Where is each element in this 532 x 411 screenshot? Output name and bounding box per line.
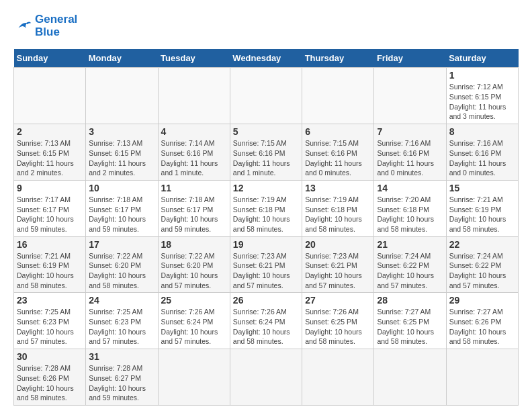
day-number: 25 — [161, 295, 227, 306]
day-info: Sunrise: 7:25 AMSunset: 6:23 PMDaylight:… — [17, 307, 83, 347]
weekday-header: Wednesday — [230, 49, 302, 68]
calendar-week-row: 2Sunrise: 7:13 AMSunset: 6:15 PMDaylight… — [14, 124, 519, 181]
calendar-week-row: 30Sunrise: 7:28 AMSunset: 6:26 PMDayligh… — [14, 349, 519, 406]
calendar-day: 4Sunrise: 7:14 AMSunset: 6:16 PMDaylight… — [158, 124, 230, 181]
calendar-empty-day — [158, 349, 230, 406]
weekday-header: Thursday — [302, 49, 374, 68]
calendar-week-row: 16Sunrise: 7:21 AMSunset: 6:19 PMDayligh… — [14, 236, 519, 293]
day-number: 20 — [305, 239, 371, 250]
day-info: Sunrise: 7:23 AMSunset: 6:21 PMDaylight:… — [305, 251, 371, 291]
calendar-day: 18Sunrise: 7:22 AMSunset: 6:20 PMDayligh… — [158, 236, 230, 293]
day-number: 23 — [17, 295, 83, 306]
calendar-empty-day — [374, 349, 446, 406]
day-number: 6 — [305, 126, 371, 137]
weekday-header: Friday — [374, 49, 446, 68]
day-info: Sunrise: 7:27 AMSunset: 6:25 PMDaylight:… — [377, 307, 443, 347]
calendar-empty-day — [158, 68, 230, 124]
day-number: 15 — [449, 183, 515, 193]
day-number: 7 — [377, 126, 443, 137]
calendar-day: 13Sunrise: 7:19 AMSunset: 6:18 PMDayligh… — [302, 180, 374, 236]
calendar-day: 27Sunrise: 7:26 AMSunset: 6:25 PMDayligh… — [302, 293, 374, 349]
logo: General Blue — [13, 13, 77, 38]
day-number: 5 — [233, 126, 299, 137]
day-info: Sunrise: 7:13 AMSunset: 6:15 PMDaylight:… — [17, 138, 83, 178]
day-number: 19 — [233, 239, 299, 250]
calendar-day: 22Sunrise: 7:24 AMSunset: 6:22 PMDayligh… — [446, 236, 518, 293]
day-number: 13 — [305, 183, 371, 193]
day-info: Sunrise: 7:27 AMSunset: 6:26 PMDaylight:… — [449, 307, 515, 347]
calendar-day: 23Sunrise: 7:25 AMSunset: 6:23 PMDayligh… — [14, 293, 86, 349]
day-info: Sunrise: 7:17 AMSunset: 6:17 PMDaylight:… — [17, 195, 83, 234]
day-number: 3 — [89, 126, 154, 137]
day-info: Sunrise: 7:21 AMSunset: 6:19 PMDaylight:… — [449, 195, 515, 234]
day-info: Sunrise: 7:12 AMSunset: 6:15 PMDaylight:… — [449, 82, 515, 122]
day-info: Sunrise: 7:16 AMSunset: 6:16 PMDaylight:… — [449, 138, 515, 178]
day-info: Sunrise: 7:19 AMSunset: 6:18 PMDaylight:… — [305, 195, 371, 234]
calendar-week-row: 1Sunrise: 7:12 AMSunset: 6:15 PMDaylight… — [14, 68, 519, 124]
page-header: General Blue — [13, 13, 519, 38]
day-number: 14 — [377, 183, 443, 193]
calendar-day: 1Sunrise: 7:12 AMSunset: 6:15 PMDaylight… — [446, 68, 518, 124]
calendar-day: 15Sunrise: 7:21 AMSunset: 6:19 PMDayligh… — [446, 180, 518, 236]
calendar-day: 8Sunrise: 7:16 AMSunset: 6:16 PMDaylight… — [446, 124, 518, 181]
day-number: 18 — [161, 239, 227, 250]
day-info: Sunrise: 7:20 AMSunset: 6:18 PMDaylight:… — [377, 195, 443, 234]
day-info: Sunrise: 7:15 AMSunset: 6:16 PMDaylight:… — [233, 138, 299, 178]
calendar-empty-day — [302, 349, 374, 406]
weekday-header: Tuesday — [158, 49, 230, 68]
day-info: Sunrise: 7:19 AMSunset: 6:18 PMDaylight:… — [233, 195, 299, 234]
weekday-header: Saturday — [446, 49, 518, 68]
logo-text: General — [35, 13, 77, 26]
day-info: Sunrise: 7:26 AMSunset: 6:24 PMDaylight:… — [161, 307, 227, 347]
day-info: Sunrise: 7:18 AMSunset: 6:17 PMDaylight:… — [89, 195, 154, 234]
day-number: 1 — [449, 70, 515, 81]
calendar-empty-day — [86, 68, 158, 124]
day-number: 21 — [377, 239, 443, 250]
calendar-empty-day — [230, 349, 302, 406]
calendar-day: 24Sunrise: 7:25 AMSunset: 6:23 PMDayligh… — [86, 293, 158, 349]
day-number: 17 — [89, 239, 154, 250]
day-number: 10 — [89, 183, 154, 193]
calendar-empty-day — [374, 68, 446, 124]
day-number: 29 — [449, 295, 515, 306]
day-info: Sunrise: 7:28 AMSunset: 6:26 PMDaylight:… — [17, 363, 83, 403]
day-info: Sunrise: 7:21 AMSunset: 6:19 PMDaylight:… — [17, 251, 83, 291]
calendar-empty-day — [14, 68, 86, 124]
day-number: 28 — [377, 295, 443, 306]
day-info: Sunrise: 7:24 AMSunset: 6:22 PMDaylight:… — [449, 251, 515, 291]
calendar-empty-day — [302, 68, 374, 124]
day-info: Sunrise: 7:13 AMSunset: 6:15 PMDaylight:… — [89, 138, 154, 178]
day-info: Sunrise: 7:18 AMSunset: 6:17 PMDaylight:… — [161, 195, 227, 234]
calendar-day: 6Sunrise: 7:15 AMSunset: 6:16 PMDaylight… — [302, 124, 374, 181]
day-number: 12 — [233, 183, 299, 193]
day-info: Sunrise: 7:16 AMSunset: 6:16 PMDaylight:… — [377, 138, 443, 178]
calendar-week-row: 9Sunrise: 7:17 AMSunset: 6:17 PMDaylight… — [14, 180, 519, 236]
calendar-day: 21Sunrise: 7:24 AMSunset: 6:22 PMDayligh… — [374, 236, 446, 293]
day-number: 24 — [89, 295, 154, 306]
logo-subtext: Blue — [35, 26, 77, 39]
weekday-header-row: SundayMondayTuesdayWednesdayThursdayFrid… — [14, 49, 519, 68]
day-number: 16 — [17, 239, 83, 250]
calendar-day: 19Sunrise: 7:23 AMSunset: 6:21 PMDayligh… — [230, 236, 302, 293]
calendar-day: 9Sunrise: 7:17 AMSunset: 6:17 PMDaylight… — [14, 180, 86, 236]
day-info: Sunrise: 7:15 AMSunset: 6:16 PMDaylight:… — [305, 138, 371, 178]
day-info: Sunrise: 7:25 AMSunset: 6:23 PMDaylight:… — [89, 307, 154, 347]
calendar-day: 17Sunrise: 7:22 AMSunset: 6:20 PMDayligh… — [86, 236, 158, 293]
calendar-day: 14Sunrise: 7:20 AMSunset: 6:18 PMDayligh… — [374, 180, 446, 236]
day-number: 22 — [449, 239, 515, 250]
calendar-day: 29Sunrise: 7:27 AMSunset: 6:26 PMDayligh… — [446, 293, 518, 349]
day-info: Sunrise: 7:26 AMSunset: 6:25 PMDaylight:… — [305, 307, 371, 347]
day-number: 8 — [449, 126, 515, 137]
weekday-header: Sunday — [14, 49, 86, 68]
calendar-week-row: 23Sunrise: 7:25 AMSunset: 6:23 PMDayligh… — [14, 293, 519, 349]
day-info: Sunrise: 7:22 AMSunset: 6:20 PMDaylight:… — [161, 251, 227, 291]
calendar-day: 26Sunrise: 7:26 AMSunset: 6:24 PMDayligh… — [230, 293, 302, 349]
day-number: 27 — [305, 295, 371, 306]
day-number: 4 — [161, 126, 227, 137]
day-info: Sunrise: 7:26 AMSunset: 6:24 PMDaylight:… — [233, 307, 299, 347]
day-number: 31 — [89, 351, 154, 362]
calendar-empty-day — [230, 68, 302, 124]
day-number: 9 — [17, 183, 83, 193]
day-number: 11 — [161, 183, 227, 193]
calendar-day: 20Sunrise: 7:23 AMSunset: 6:21 PMDayligh… — [302, 236, 374, 293]
